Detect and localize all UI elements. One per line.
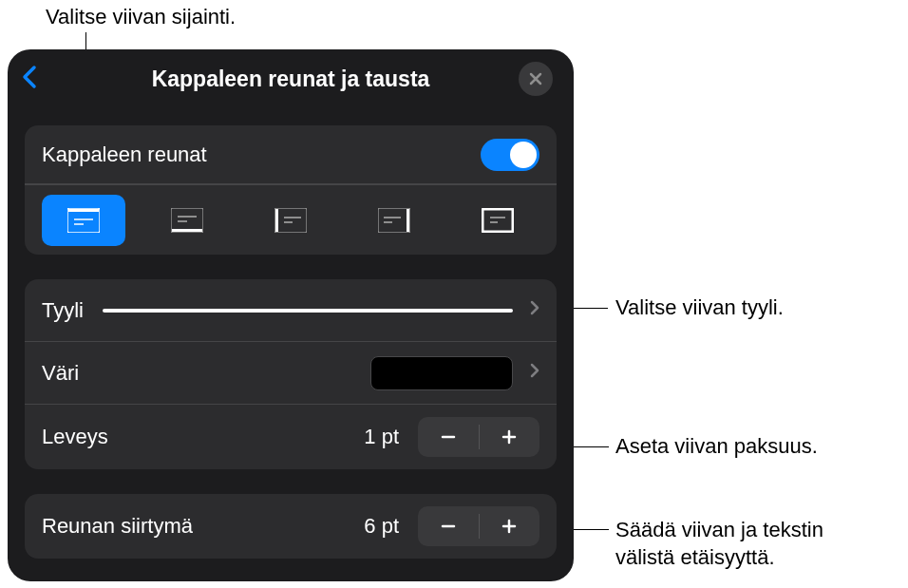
style-preview bbox=[103, 309, 513, 313]
width-value: 1 pt bbox=[356, 425, 399, 449]
close-icon bbox=[529, 72, 542, 85]
section-style: Tyyli Väri Leveys 1 pt bbox=[25, 279, 557, 469]
svg-rect-15 bbox=[384, 221, 392, 223]
border-bottom-icon bbox=[171, 208, 203, 233]
chevron-left-icon bbox=[21, 65, 38, 89]
svg-rect-3 bbox=[74, 223, 84, 225]
width-label: Leveys bbox=[42, 425, 356, 449]
border-left-button[interactable] bbox=[249, 195, 332, 246]
plus-icon bbox=[500, 517, 519, 536]
svg-rect-17 bbox=[490, 217, 505, 218]
callout-position: Valitse viivan sijainti. bbox=[46, 4, 236, 31]
border-top-icon bbox=[67, 208, 100, 233]
border-all-button[interactable] bbox=[456, 195, 539, 246]
svg-rect-11 bbox=[284, 221, 293, 223]
borders-label: Kappaleen reunat bbox=[42, 142, 481, 167]
border-top-button[interactable] bbox=[42, 195, 125, 246]
close-button[interactable] bbox=[519, 62, 553, 96]
chevron-right-icon bbox=[530, 300, 539, 320]
offset-stepper bbox=[418, 506, 539, 546]
svg-rect-13 bbox=[407, 209, 409, 232]
color-label: Väri bbox=[42, 361, 370, 386]
row-width: Leveys 1 pt bbox=[25, 405, 557, 469]
border-bottom-button[interactable] bbox=[145, 195, 229, 246]
section-offset: Reunan siirtymä 6 pt bbox=[25, 494, 557, 559]
panel-title: Kappaleen reunat ja tausta bbox=[152, 66, 430, 92]
svg-rect-16 bbox=[482, 209, 513, 232]
format-panel: Kappaleen reunat ja tausta Kappaleen reu… bbox=[8, 49, 574, 581]
minus-icon bbox=[439, 517, 458, 536]
width-increase-button[interactable] bbox=[480, 417, 540, 457]
style-label: Tyyli bbox=[42, 298, 84, 323]
svg-rect-2 bbox=[74, 218, 93, 220]
svg-rect-10 bbox=[284, 217, 301, 218]
width-decrease-button[interactable] bbox=[418, 417, 479, 457]
back-button[interactable] bbox=[21, 65, 38, 93]
callout-thickness: Aseta viivan paksuus. bbox=[615, 433, 818, 461]
svg-rect-8 bbox=[274, 208, 307, 233]
plus-icon bbox=[500, 427, 519, 446]
border-all-icon bbox=[482, 208, 514, 233]
minus-icon bbox=[439, 427, 458, 446]
svg-rect-5 bbox=[172, 229, 202, 232]
svg-rect-6 bbox=[178, 216, 197, 218]
offset-value: 6 pt bbox=[356, 514, 399, 539]
svg-rect-18 bbox=[490, 221, 498, 223]
svg-rect-14 bbox=[384, 217, 401, 218]
row-border-positions bbox=[25, 184, 557, 255]
svg-rect-12 bbox=[378, 208, 410, 233]
borders-toggle[interactable] bbox=[481, 139, 539, 171]
section-borders: Kappaleen reunat bbox=[25, 125, 557, 255]
callout-style: Valitse viivan tyyli. bbox=[615, 294, 784, 322]
svg-rect-9 bbox=[275, 209, 278, 232]
callout-offset: Säädä viivan ja tekstin välistä etäisyyt… bbox=[615, 517, 823, 571]
offset-decrease-button[interactable] bbox=[418, 506, 479, 546]
color-swatch bbox=[370, 356, 513, 390]
offset-label: Reunan siirtymä bbox=[42, 514, 356, 539]
row-style[interactable]: Tyyli bbox=[25, 279, 557, 342]
border-right-icon bbox=[378, 208, 410, 233]
border-position-group bbox=[42, 195, 539, 246]
chevron-right-icon bbox=[530, 363, 539, 383]
width-stepper bbox=[418, 417, 539, 457]
row-borders-toggle: Kappaleen reunat bbox=[25, 125, 557, 184]
svg-rect-1 bbox=[68, 209, 99, 212]
offset-increase-button[interactable] bbox=[480, 506, 540, 546]
row-offset: Reunan siirtymä 6 pt bbox=[25, 494, 557, 559]
panel-header: Kappaleen reunat ja tausta bbox=[8, 49, 574, 108]
border-left-icon bbox=[274, 208, 307, 233]
row-color[interactable]: Väri bbox=[25, 342, 557, 405]
panel-body: Kappaleen reunat bbox=[8, 108, 574, 559]
border-right-button[interactable] bbox=[352, 195, 436, 246]
svg-rect-7 bbox=[178, 220, 187, 222]
